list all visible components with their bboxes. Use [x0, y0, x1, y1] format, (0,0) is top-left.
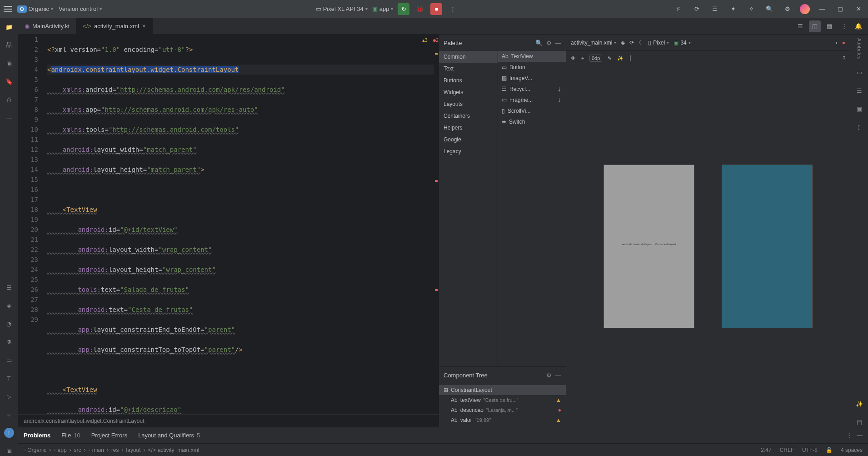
device-manager-icon[interactable]: ▭ [854, 67, 864, 77]
default-margin-input[interactable]: 0dp [589, 55, 602, 62]
search-icon[interactable]: 🔍 [763, 3, 775, 15]
palette-cat-buttons[interactable]: Buttons [439, 75, 498, 86]
gear-icon[interactable]: ⚙ [546, 40, 552, 46]
run-tool-icon[interactable]: ▷ [4, 391, 14, 401]
device-dropdown[interactable]: ▯ Pixel ▾ [648, 40, 669, 46]
favorites-tool-icon[interactable]: ◈ [4, 301, 14, 311]
palette-cat-helpers[interactable]: Helpers [439, 122, 498, 134]
rerun-button[interactable]: ↻ [398, 3, 409, 15]
emulator-icon[interactable]: ▯ [854, 122, 864, 132]
run-config-dropdown[interactable]: ▣ app ▾ [372, 5, 394, 12]
palette-item-recycler[interactable]: ☰Recycl...⭳ [498, 84, 566, 95]
running-devices-icon[interactable]: ▣ [854, 104, 864, 114]
device-selector[interactable]: ▭ Pixel XL API 34 ▾ [316, 5, 368, 12]
align-icon[interactable]: ⎮ [629, 55, 632, 61]
stop-button[interactable]: ■ [430, 3, 442, 15]
line-separator[interactable]: CRLF [780, 447, 794, 453]
lines-icon[interactable]: ☰ [709, 3, 721, 15]
project-tool-icon[interactable]: 📁 [4, 22, 14, 32]
crumb-res[interactable]: res [111, 447, 119, 453]
minimize-icon[interactable]: — [555, 40, 561, 46]
nightmode-icon[interactable]: ☾ [639, 40, 644, 46]
tree-row-valor[interactable]: Ab valor "19.99" ▲ [439, 415, 566, 425]
layout-validation-icon[interactable]: ▤ [854, 417, 864, 427]
device-preview-light[interactable]: androidx.constraintlayout... ConstraintL… [604, 165, 694, 328]
palette-cat-containers[interactable]: Containers [439, 110, 498, 122]
file-tab[interactable]: File10 [61, 432, 80, 439]
design-view-button[interactable]: ▦ [823, 20, 835, 32]
palette-cat-widgets[interactable]: Widgets [439, 86, 498, 98]
design-file-dropdown[interactable]: activity_main.xml ▾ [571, 40, 616, 46]
problems-tool-icon[interactable]: ! [4, 428, 14, 438]
chevron-right-icon[interactable]: › [836, 40, 838, 46]
palette-item-textview[interactable]: AbTextView [498, 51, 566, 62]
inspect-icon[interactable]: ✧ [745, 3, 757, 15]
logcat-tool-icon[interactable]: ≡ [4, 410, 14, 420]
error-icon[interactable]: ● [842, 40, 845, 46]
design-canvas[interactable]: androidx.constraintlayout... ConstraintL… [566, 65, 850, 427]
update-icon[interactable]: ⟳ [691, 3, 703, 15]
crumb-file[interactable]: </> activity_main.xml [148, 447, 200, 453]
tree-row-textview[interactable]: Ab textView "Cesta de fru..." ▲ [439, 395, 566, 405]
todo-tool-icon[interactable]: ☰ [4, 282, 14, 292]
notifications-icon[interactable]: 🔔 [853, 20, 864, 32]
crumb-project[interactable]: ▫ Organic [24, 447, 46, 453]
split-view-button[interactable]: ◫ [809, 20, 821, 32]
download-icon[interactable]: ⭳ [557, 97, 562, 103]
palette-item-fragment[interactable]: ▭Fragme...⭳ [498, 95, 566, 105]
palette-cat-common[interactable]: Common [439, 51, 498, 63]
indent[interactable]: 4 spaces [841, 447, 863, 453]
editor-options-button[interactable]: ⋮ [838, 20, 850, 32]
code-text[interactable]: <?xml version="1.0" encoding="utf-8"?> <… [44, 35, 434, 414]
readonly-icon[interactable]: 🔓 [826, 447, 833, 453]
database-tool-icon[interactable]: ⚗ [4, 337, 14, 347]
structure-tool-icon[interactable]: 品 [4, 40, 14, 50]
project-errors-tab[interactable]: Project Errors [91, 432, 127, 439]
device-preview-blueprint[interactable] [722, 165, 813, 328]
palette-cat-legacy[interactable]: Legacy [439, 145, 498, 157]
tab-main-activity[interactable]: ◉ MainActivity.kt [18, 18, 76, 34]
help-icon[interactable]: ? [843, 55, 845, 61]
terminal-tool-icon[interactable]: ▣ [4, 446, 14, 456]
wand-icon[interactable]: ✨ [617, 55, 624, 61]
palette-cat-layouts[interactable]: Layouts [439, 98, 498, 110]
settings-icon[interactable]: ⚙ [782, 3, 793, 15]
text-tool-icon[interactable]: T [4, 373, 14, 383]
orientation-icon[interactable]: ⟳ [629, 40, 634, 46]
infer-icon[interactable]: ✎ [608, 55, 612, 61]
palette-cat-google[interactable]: Google [439, 134, 498, 145]
download-icon[interactable]: ⭳ [557, 86, 562, 92]
crumb-layout[interactable]: layout [126, 447, 141, 453]
search-icon[interactable]: 🔍 [535, 40, 543, 46]
project-dropdown[interactable]: O Organic ▾ [17, 5, 53, 13]
resource-tool-icon[interactable]: ▣ [4, 58, 14, 68]
encoding[interactable]: UTF-8 [802, 447, 818, 453]
attributes-label[interactable]: Attributes [857, 38, 862, 59]
more-tool-icon[interactable]: ⋯ [4, 113, 14, 123]
tree-row-root[interactable]: ⊞ ConstraintLayout [439, 385, 566, 395]
profiler-tool-icon[interactable]: ◔ [4, 319, 14, 329]
eye-icon[interactable]: 👁 [571, 55, 576, 61]
code-view-button[interactable]: ☰ [794, 20, 806, 32]
crumb-main[interactable]: ▫ main [89, 447, 104, 453]
editor-breadcrumb[interactable]: androidx.constraintlayout.widget.Constra… [18, 414, 439, 427]
debug-button[interactable]: 🐞 [414, 3, 426, 15]
avatar[interactable] [800, 4, 810, 14]
palette-item-imageview[interactable]: ▧ImageV... [498, 73, 566, 84]
cursor-position[interactable]: 2:47 [761, 447, 771, 453]
tree-row-descricao[interactable]: Ab descricao "Laranja, m..." ● [439, 405, 566, 415]
gradle-icon[interactable]: ☰ [854, 85, 864, 95]
maximize-icon[interactable]: ▢ [834, 3, 846, 15]
palette-item-scrollview[interactable]: ▯ScrollVi... [498, 105, 566, 116]
device-tool-icon[interactable]: ▭ [4, 355, 14, 365]
layout-qualifiers-tab[interactable]: Layout and Qualifiers5 [138, 432, 200, 439]
code-with-me-icon[interactable]: ⎘ [673, 3, 684, 15]
options-icon[interactable]: ⋮ [846, 432, 852, 439]
problems-tab[interactable]: Problems [24, 432, 50, 439]
minimize-icon[interactable]: — [857, 432, 863, 439]
palette-item-switch[interactable]: ⬌Switch [498, 116, 566, 127]
crumb-src[interactable]: src [74, 447, 81, 453]
bookmarks-tool-icon[interactable]: 🔖 [4, 76, 14, 86]
magnet-icon[interactable]: ⌖ [581, 55, 584, 61]
gear-icon[interactable]: ⚙ [546, 372, 552, 379]
